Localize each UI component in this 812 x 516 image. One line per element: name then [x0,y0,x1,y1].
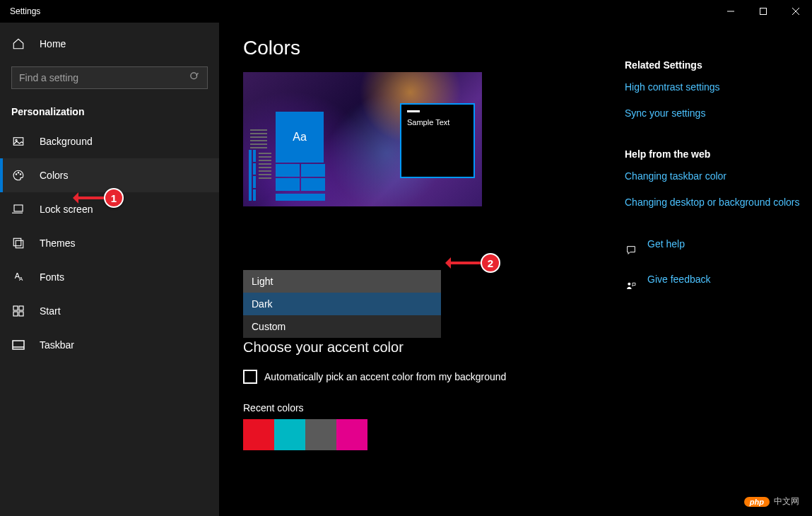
watermark: php 中文网 [744,496,799,508]
svg-rect-16 [19,306,23,310]
home-icon [11,37,25,51]
themes-icon [11,236,25,250]
color-swatch[interactable] [305,419,336,450]
auto-accent-checkbox[interactable] [243,370,257,384]
right-rail: Related Settings High contrast settings … [625,37,808,516]
color-swatch[interactable] [243,419,274,450]
search-icon [189,71,200,85]
preview-sample-window: Sample Text [400,103,475,178]
svg-rect-18 [19,312,23,316]
annotation-1: 1 [74,188,124,208]
related-header: Related Settings [625,59,808,71]
link-taskbar-color[interactable]: Changing taskbar color [625,170,808,183]
svg-point-8 [16,174,17,175]
category-header: Personalization [0,96,219,124]
page-title: Colors [243,37,604,59]
color-preview: Aa Sample Text [243,72,482,206]
help-header: Help from the web [625,148,808,160]
sidebar-item-label: Colors [40,170,68,181]
svg-point-10 [20,174,21,175]
link-high-contrast[interactable]: High contrast settings [625,81,808,94]
annotation-badge: 2 [481,253,500,273]
link-desktop-bg-colors[interactable]: Changing desktop or background colors [625,196,808,209]
svg-point-7 [16,139,17,141]
svg-rect-17 [13,312,18,316]
preview-aa-tile: Aa [276,112,324,163]
search-box[interactable] [11,66,208,89]
color-swatch[interactable] [336,419,367,450]
link-get-help[interactable]: Get help [647,238,685,251]
sidebar-item-start[interactable]: Start [0,294,219,328]
sidebar-item-label: Background [40,136,93,147]
fonts-icon: AA [11,270,25,284]
window-controls [714,0,812,23]
auto-accent-row[interactable]: Automatically pick an accent color from … [243,370,604,384]
dropdown-option-dark[interactable]: Dark [243,293,441,315]
maximize-button[interactable] [747,0,779,23]
watermark-text: 中文网 [774,496,799,508]
svg-rect-14 [16,240,23,248]
svg-point-9 [18,172,19,174]
annotation-2: 2 [447,253,500,273]
sidebar-item-label: Start [40,305,61,317]
search-input[interactable] [19,72,189,83]
sidebar-item-background[interactable]: Background [0,124,219,158]
svg-point-21 [628,283,630,286]
recent-colors-row [243,419,604,450]
svg-rect-11 [14,205,23,211]
auto-accent-label: Automatically pick an accent color from … [264,371,506,382]
recent-colors-label: Recent colors [243,402,604,414]
lockscreen-icon [11,202,25,216]
svg-rect-15 [13,306,18,310]
svg-point-4 [191,72,197,78]
accent-heading: Choose your accent color [243,339,604,356]
titlebar: Settings [0,0,812,23]
nav-home-label: Home [40,38,66,49]
color-swatch[interactable] [274,419,305,450]
feedback-icon [625,281,637,292]
link-give-feedback[interactable]: Give feedback [647,273,711,286]
watermark-badge: php [744,497,770,507]
close-button[interactable] [779,0,812,23]
link-sync-settings[interactable]: Sync your settings [625,107,808,120]
svg-rect-1 [760,8,767,15]
sidebar-item-themes[interactable]: Themes [0,226,219,260]
minimize-button[interactable] [714,0,747,23]
svg-rect-6 [13,138,23,146]
annotation-badge: 1 [104,188,124,208]
color-mode-dropdown[interactable]: Light Dark Custom [243,270,441,338]
app-title: Settings [10,6,40,16]
preview-sample-text: Sample Text [407,118,468,127]
dropdown-option-custom[interactable]: Custom [243,315,441,338]
dropdown-option-light[interactable]: Light [243,270,441,293]
nav-home[interactable]: Home [0,28,219,59]
sidebar-item-taskbar[interactable]: Taskbar [0,328,219,362]
sidebar: Home Personalization Background Colors L… [0,23,219,516]
sidebar-item-label: Fonts [40,271,64,283]
picture-icon [11,134,25,148]
chat-icon [625,245,637,256]
palette-icon [11,168,25,182]
taskbar-icon [11,338,25,352]
svg-rect-19 [13,341,24,349]
sidebar-item-label: Themes [40,238,76,249]
svg-rect-13 [13,238,21,246]
sidebar-item-colors[interactable]: Colors [0,158,219,192]
sidebar-item-label: Taskbar [40,339,74,351]
content-area: Colors [219,23,812,516]
sidebar-item-fonts[interactable]: AA Fonts [0,260,219,294]
start-icon [11,304,25,318]
